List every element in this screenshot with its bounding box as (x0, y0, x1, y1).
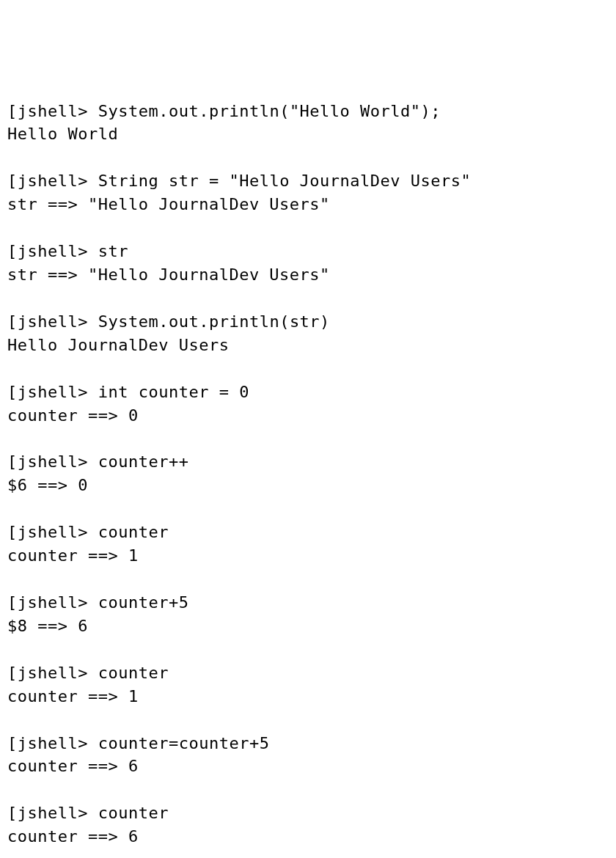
prompt-line: [jshell> System.out.println("Hello World… (7, 100, 609, 123)
command-input: counter++ (98, 452, 189, 471)
command-input: System.out.println(str) (98, 312, 330, 331)
prompt-bracket: [ (7, 804, 18, 822)
prompt-label: jshell> (18, 312, 98, 331)
command-output: Hello World (7, 122, 609, 146)
terminal-block: [jshell> counter+5$8 ==> 6 (7, 591, 609, 638)
terminal-block: [jshell> strstr ==> "Hello JournalDev Us… (7, 240, 609, 287)
terminal-block: [jshell> System.out.println("Hello World… (7, 100, 609, 147)
prompt-label: jshell> (18, 242, 98, 260)
prompt-label: jshell> (18, 172, 98, 190)
terminal-block: [jshell> countercounter ==> 6 (7, 802, 609, 848)
prompt-label: jshell> (18, 383, 98, 401)
prompt-bracket: [ (7, 102, 18, 120)
prompt-bracket: [ (7, 242, 18, 260)
command-output: counter ==> 6 (7, 755, 609, 778)
prompt-bracket: [ (7, 172, 18, 190)
prompt-line: [jshell> counter (7, 661, 609, 685)
prompt-line: [jshell> str (7, 240, 609, 263)
terminal-block: [jshell> countercounter ==> 1 (7, 521, 609, 568)
command-output: $6 ==> 0 (7, 474, 609, 497)
command-input: counter+5 (98, 593, 189, 612)
prompt-label: jshell> (18, 804, 98, 822)
command-output: counter ==> 1 (7, 544, 609, 568)
command-output: str ==> "Hello JournalDev Users" (7, 193, 609, 216)
command-output: str ==> "Hello JournalDev Users" (7, 263, 609, 287)
command-input: str (98, 242, 128, 260)
command-output: $8 ==> 6 (7, 615, 609, 638)
prompt-line: [jshell> counter (7, 521, 609, 544)
command-input: String str = "Hello JournalDev Users" (98, 172, 472, 190)
command-output: counter ==> 0 (7, 404, 609, 428)
prompt-bracket: [ (7, 734, 18, 752)
command-output: counter ==> 6 (7, 825, 609, 848)
prompt-bracket: [ (7, 523, 18, 541)
command-input: System.out.println("Hello World"); (98, 102, 441, 120)
command-input: counter (98, 804, 169, 822)
prompt-line: [jshell> String str = "Hello JournalDev … (7, 169, 609, 193)
prompt-label: jshell> (18, 523, 98, 541)
prompt-label: jshell> (18, 734, 98, 752)
command-input: int counter = 0 (98, 383, 249, 401)
terminal-block: [jshell> String str = "Hello JournalDev … (7, 169, 609, 216)
prompt-line: [jshell> counter++ (7, 450, 609, 474)
terminal-output[interactable]: [jshell> System.out.println("Hello World… (7, 100, 609, 849)
command-input: counter (98, 523, 169, 541)
command-output: counter ==> 1 (7, 685, 609, 708)
prompt-line: [jshell> int counter = 0 (7, 381, 609, 404)
terminal-block: [jshell> countercounter ==> 1 (7, 661, 609, 708)
prompt-line: [jshell> counter=counter+5 (7, 732, 609, 755)
prompt-label: jshell> (18, 102, 98, 120)
prompt-bracket: [ (7, 312, 18, 331)
prompt-label: jshell> (18, 593, 98, 612)
command-input: counter=counter+5 (98, 734, 270, 752)
prompt-line: [jshell> counter+5 (7, 591, 609, 615)
prompt-line: [jshell> System.out.println(str) (7, 310, 609, 334)
prompt-line: [jshell> counter (7, 802, 609, 825)
terminal-block: [jshell> System.out.println(str)Hello Jo… (7, 310, 609, 357)
terminal-block: [jshell> counter++$6 ==> 0 (7, 450, 609, 497)
prompt-label: jshell> (18, 664, 98, 682)
prompt-bracket: [ (7, 452, 18, 471)
prompt-bracket: [ (7, 383, 18, 401)
prompt-bracket: [ (7, 593, 18, 612)
command-output: Hello JournalDev Users (7, 334, 609, 357)
terminal-block: [jshell> counter=counter+5counter ==> 6 (7, 732, 609, 779)
prompt-bracket: [ (7, 664, 18, 682)
terminal-block: [jshell> int counter = 0counter ==> 0 (7, 381, 609, 428)
prompt-label: jshell> (18, 452, 98, 471)
command-input: counter (98, 664, 169, 682)
